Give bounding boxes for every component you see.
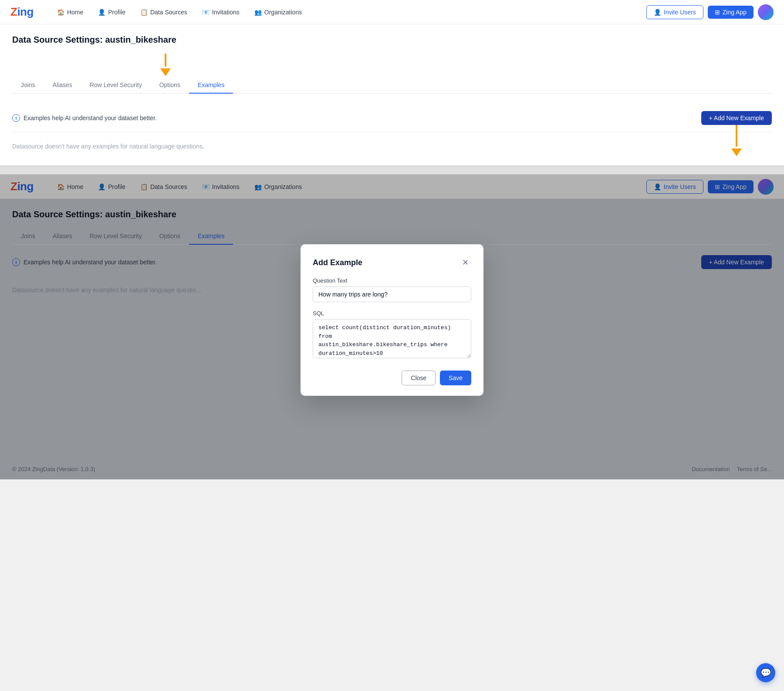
tab-options-top[interactable]: Options: [151, 77, 189, 94]
nav-profile-label: Profile: [108, 9, 125, 16]
invite-users-icon: 👤: [654, 9, 661, 16]
page-content-top: Data Source Settings: austin_bikeshare J…: [0, 24, 784, 104]
invite-users-button[interactable]: 👤 Invite Users: [646, 5, 703, 19]
logo-ing: ing: [17, 5, 34, 18]
modal-footer: Close Save: [313, 371, 471, 385]
question-text-input[interactable]: [313, 287, 471, 302]
modal-header: Add Example ✕: [313, 256, 471, 269]
sql-textarea[interactable]: [313, 319, 471, 358]
profile-icon: 👤: [98, 9, 105, 16]
logo-z: Z: [10, 5, 17, 18]
zing-app-label: Zing App: [723, 9, 747, 16]
nav-organizations-label: Organizations: [264, 9, 302, 16]
page-title-top: Data Source Settings: austin_bikeshare: [12, 35, 772, 45]
examples-content-top: i Examples help AI understand your datas…: [0, 104, 784, 165]
top-section: Zing 🏠 Home 👤 Profile 📋 Data Sources 📧 I…: [0, 0, 784, 166]
add-example-modal: Add Example ✕ Question Text SQL Close Sa…: [301, 244, 483, 396]
nav-invitations-label: Invitations: [212, 9, 240, 16]
logo[interactable]: Zing: [10, 5, 34, 19]
invitations-icon: 📧: [202, 9, 210, 16]
zing-app-icon: ⊞: [715, 9, 720, 16]
avatar[interactable]: [758, 4, 774, 20]
nav-actions: 👤 Invite Users ⊞ Zing App: [646, 4, 774, 20]
chat-button[interactable]: 💬: [756, 663, 775, 682]
chat-icon: 💬: [760, 667, 771, 678]
nav-profile[interactable]: 👤 Profile: [92, 6, 132, 18]
modal-close-button[interactable]: ✕: [459, 256, 471, 269]
nav-links: 🏠 Home 👤 Profile 📋 Data Sources 📧 Invita…: [51, 6, 646, 18]
examples-empty-top: Datasource doesn't have any examples for…: [12, 132, 772, 153]
tab-row-level-security-top[interactable]: Row Level Security: [81, 77, 151, 94]
tab-examples-top[interactable]: Examples: [189, 77, 233, 94]
examples-header-top: i Examples help AI understand your datas…: [12, 111, 772, 125]
home-icon: 🏠: [57, 9, 64, 16]
empty-text-top: Datasource doesn't have any examples for…: [12, 139, 772, 153]
examples-info-top: i Examples help AI understand your datas…: [12, 114, 157, 122]
data-sources-icon: 📋: [140, 9, 148, 16]
examples-info-text-top: Examples help AI understand your dataset…: [24, 115, 157, 121]
close-modal-button[interactable]: Close: [402, 371, 436, 385]
sql-label: SQL: [313, 310, 471, 317]
organizations-icon: 👥: [254, 9, 262, 16]
bottom-section: Zing 🏠 Home 👤 Profile 📋 Data Sources 📧 I…: [0, 175, 784, 479]
question-label: Question Text: [313, 277, 471, 284]
invite-users-label: Invite Users: [664, 9, 696, 16]
avatar-image: [758, 4, 774, 20]
add-example-button-top[interactable]: + Add New Example: [701, 111, 772, 125]
nav-home-label: Home: [67, 9, 83, 16]
nav-data-sources-label: Data Sources: [150, 9, 187, 16]
modal-title: Add Example: [313, 258, 362, 267]
nav-organizations[interactable]: 👥 Organizations: [248, 6, 308, 18]
tabs-top: Joins Aliases Row Level Security Options…: [12, 77, 772, 94]
zing-app-button[interactable]: ⊞ Zing App: [708, 6, 754, 19]
save-button[interactable]: Save: [440, 371, 471, 385]
question-text-group: Question Text: [313, 277, 471, 302]
tab-joins-top[interactable]: Joins: [12, 77, 44, 94]
info-icon-top: i: [12, 114, 20, 122]
sql-group: SQL: [313, 310, 471, 360]
tab-aliases-top[interactable]: Aliases: [44, 77, 81, 94]
section-divider: [0, 166, 784, 175]
navbar-top: Zing 🏠 Home 👤 Profile 📋 Data Sources 📧 I…: [0, 0, 784, 24]
modal-overlay[interactable]: Add Example ✕ Question Text SQL Close Sa…: [0, 175, 784, 479]
nav-data-sources[interactable]: 📋 Data Sources: [134, 6, 193, 18]
nav-invitations[interactable]: 📧 Invitations: [196, 6, 246, 18]
nav-home[interactable]: 🏠 Home: [51, 6, 89, 18]
